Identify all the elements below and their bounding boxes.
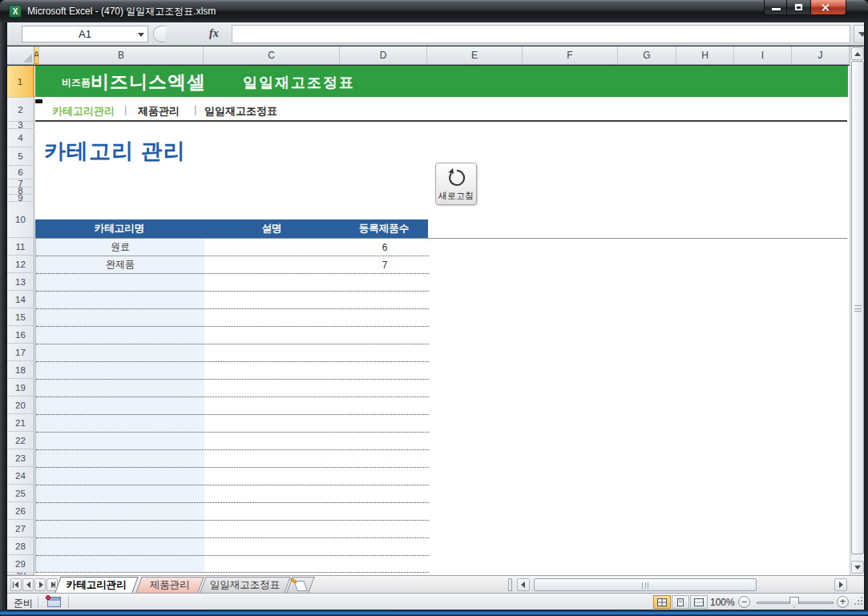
vertical-scroll-thumb[interactable] — [851, 61, 864, 554]
tab-split-handle[interactable] — [508, 578, 512, 591]
row-header-21[interactable]: 21 — [7, 414, 34, 432]
column-header-C[interactable]: C — [204, 46, 340, 65]
column-header-F[interactable]: F — [523, 46, 618, 65]
row-header-11[interactable]: 11 — [7, 238, 34, 256]
page-layout-view-button[interactable] — [672, 595, 689, 609]
table-row-empty[interactable] — [36, 538, 429, 556]
table-row-empty[interactable] — [36, 556, 429, 573]
count-cell[interactable]: 6 — [341, 239, 429, 256]
table-row-empty[interactable] — [36, 521, 429, 538]
select-all-button[interactable] — [7, 46, 34, 65]
row-header-22[interactable]: 22 — [7, 432, 34, 449]
vertical-scrollbar[interactable] — [850, 46, 864, 575]
sheet-tab-1[interactable]: 제품관리 — [135, 577, 204, 593]
name-box[interactable]: A1 — [22, 26, 148, 42]
table-row[interactable]: 원료6 — [36, 239, 429, 256]
scroll-up-button[interactable] — [851, 47, 864, 60]
formula-input[interactable] — [232, 25, 850, 43]
row-header-2[interactable]: 2 — [7, 98, 34, 122]
worksheet-grid[interactable]: 비즈폼 비즈니스엑셀 일일재고조정표 카테고리관리|제품관리|일일재고조정표 카… — [34, 66, 850, 575]
category-cell[interactable]: 완제품 — [36, 256, 204, 273]
row-header-20[interactable]: 20 — [7, 397, 34, 414]
column-header-J[interactable]: J — [792, 46, 850, 65]
scroll-down-button[interactable] — [851, 561, 864, 574]
insert-function-button[interactable]: fx — [209, 27, 219, 40]
row-header-17[interactable]: 17 — [7, 344, 34, 361]
column-header-I[interactable]: I — [734, 46, 792, 65]
row-header-29[interactable]: 29 — [7, 555, 34, 573]
horizontal-scroll-thumb[interactable] — [534, 578, 757, 591]
restore-button[interactable] — [787, 0, 810, 15]
table-header-cell[interactable]: 카테고리명 — [35, 219, 204, 238]
table-row-empty[interactable] — [36, 433, 429, 450]
zoom-in-button[interactable]: + — [837, 596, 849, 608]
row-header-24[interactable]: 24 — [7, 467, 34, 485]
row-header-18[interactable]: 18 — [7, 361, 34, 379]
nav-link-0[interactable]: 카테고리관리 — [52, 104, 115, 119]
description-cell[interactable] — [204, 239, 341, 256]
row-header-23[interactable]: 23 — [7, 449, 34, 467]
table-row-empty[interactable] — [36, 362, 429, 380]
table-row-empty[interactable] — [36, 468, 429, 485]
zoom-level-label[interactable]: 100% — [710, 597, 735, 608]
prev-sheet-button[interactable] — [22, 578, 34, 591]
table-row-empty[interactable] — [36, 415, 429, 433]
table-row-empty[interactable] — [36, 503, 429, 521]
table-row-empty[interactable] — [36, 327, 429, 344]
row-header-9[interactable]: 9 — [7, 195, 34, 202]
first-sheet-button[interactable] — [10, 578, 22, 591]
excel-app-icon[interactable]: X — [9, 5, 22, 18]
row-header-8[interactable]: 8 — [7, 187, 34, 195]
scroll-right-button[interactable] — [834, 578, 847, 591]
column-header-H[interactable]: H — [676, 46, 734, 65]
category-cell[interactable]: 원료 — [36, 239, 204, 256]
row-header-27[interactable]: 27 — [7, 520, 34, 537]
row-header-6[interactable]: 6 — [7, 166, 34, 179]
table-row-empty[interactable] — [36, 274, 429, 292]
row-header-19[interactable]: 19 — [7, 379, 34, 397]
row-header-25[interactable]: 25 — [7, 485, 34, 502]
row-header-10[interactable]: 10 — [7, 202, 34, 238]
minimize-button[interactable] — [764, 0, 787, 15]
table-row[interactable]: 완제품7 — [36, 256, 429, 274]
table-header-cell[interactable]: 등록제품수 — [340, 219, 428, 238]
row-header-28[interactable]: 28 — [7, 537, 34, 555]
description-cell[interactable] — [204, 256, 341, 273]
column-header-G[interactable]: G — [618, 46, 676, 65]
next-sheet-button[interactable] — [34, 578, 46, 591]
sheet-tab-0[interactable]: 카테고리관리 — [55, 577, 138, 593]
table-row-empty[interactable] — [36, 292, 429, 309]
record-macro-button[interactable] — [47, 597, 61, 607]
name-box-dropdown-icon[interactable] — [138, 33, 144, 37]
row-header-13[interactable]: 13 — [7, 273, 34, 291]
count-cell[interactable]: 7 — [341, 256, 429, 273]
row-header-3[interactable]: 3 — [7, 122, 34, 129]
zoom-slider-thumb[interactable] — [789, 597, 799, 608]
row-header-5[interactable]: 5 — [7, 147, 34, 166]
table-row-empty[interactable] — [36, 485, 429, 503]
table-row-empty[interactable] — [36, 344, 429, 362]
row-header-15[interactable]: 15 — [7, 308, 34, 326]
table-header-cell[interactable]: 설명 — [204, 219, 340, 238]
table-row-empty[interactable] — [36, 380, 429, 397]
column-header-E[interactable]: E — [427, 46, 523, 65]
table-row-empty[interactable] — [36, 397, 429, 415]
insert-worksheet-tab[interactable] — [286, 577, 314, 593]
refresh-button[interactable]: 새로고침 — [435, 163, 477, 205]
row-header-1[interactable]: 1 — [7, 66, 34, 98]
page-break-view-button[interactable] — [690, 595, 708, 609]
row-header-12[interactable]: 12 — [7, 256, 34, 273]
row-header-4[interactable]: 4 — [7, 129, 34, 147]
column-header-D[interactable]: D — [340, 46, 427, 65]
sheet-tab-2[interactable]: 일일재고조정표 — [200, 577, 290, 593]
zoom-out-button[interactable]: − — [738, 596, 750, 608]
row-header-14[interactable]: 14 — [7, 291, 34, 308]
normal-view-button[interactable] — [653, 595, 671, 609]
column-header-B[interactable]: B — [39, 46, 204, 65]
nav-link-1[interactable]: 제품관리 — [138, 104, 180, 119]
resize-grip[interactable] — [851, 595, 853, 597]
row-header-26[interactable]: 26 — [7, 502, 34, 520]
nav-link-2[interactable]: 일일재고조정표 — [204, 104, 277, 119]
row-header-7[interactable]: 7 — [7, 179, 34, 187]
table-row-empty[interactable] — [36, 309, 429, 327]
